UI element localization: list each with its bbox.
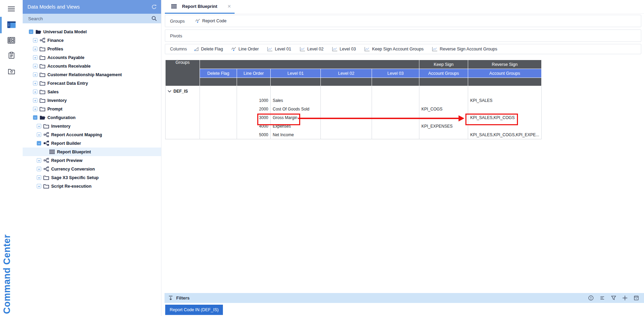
grid-cell[interactable] [200,105,237,114]
tree-item-report-blueprint[interactable]: Report Blueprint [23,148,161,156]
dashboards-nav-icon[interactable] [0,33,23,47]
expand-toggle-icon[interactable] [33,107,37,111]
grid-cell-line-order[interactable]: 4000 [237,122,271,131]
filter-chip-report-code[interactable]: Report Code IN (DEF_IS) [165,305,223,315]
grid-cell-reverse-sign[interactable]: KPI_SALES,KPI_COGS [468,114,542,122]
grid-cell[interactable] [372,105,419,114]
grid-cell[interactable] [372,114,419,122]
tree-item-universal-data-model[interactable]: Universal Data Model [23,27,161,36]
grid-cell[interactable] [321,105,372,114]
field-chip-level-01[interactable]: Level 01 [267,47,291,51]
expand-toggle-icon[interactable] [37,124,41,128]
grid-cell-keep-sign[interactable] [419,131,468,139]
grid-cell-reverse-sign[interactable] [468,105,542,114]
grid-cell-reverse-sign[interactable] [468,122,542,131]
grid-col-header-line-order[interactable]: Line Order [237,69,271,78]
field-chip-line-order[interactable]: Line Order [231,47,259,51]
grid-col-header-delete-flag[interactable]: Delete Flag [200,69,237,78]
tree-item-report-account-mapping[interactable]: Report Account Mapping [23,130,161,139]
field-chip-keep-sign-account-groups[interactable]: Keep Sign Account Groups [364,47,423,51]
expand-toggle-icon[interactable] [37,184,41,188]
field-chip-level-02[interactable]: Level 02 [300,47,324,51]
expand-toggle-icon[interactable] [33,72,37,77]
grid-cell-line-order[interactable]: 5000 [237,131,271,139]
tree-item-forecast-data-entry[interactable]: Forecast Data Entry [23,79,161,87]
chevron-down-icon[interactable] [168,90,171,93]
favorites-nav-icon[interactable] [0,64,23,79]
hamburger-menu-icon[interactable] [0,2,23,16]
pivots-drop-zone[interactable]: Pivots [165,30,641,42]
tree-item-inventory-config[interactable]: Inventory [23,122,161,130]
grid-cell[interactable] [200,114,237,122]
tab-report-blueprint[interactable]: Report Blueprint ✕ [165,0,235,14]
group-row-def-is[interactable]: DEF_IS [166,86,200,96]
tree-item-configuration[interactable]: Configuration [23,113,161,122]
close-tab-icon[interactable]: ✕ [227,4,231,9]
tree-item-sales[interactable]: Sales [23,87,161,96]
data-models-nav-icon[interactable] [0,17,23,32]
panel-icon[interactable] [633,295,639,301]
field-chip-report-code[interactable]: Report Code [195,19,227,23]
grid-cell-level-01[interactable]: Cost Of Goods Sold [271,105,321,114]
tree-item-report-preview[interactable]: Report Preview [23,156,161,165]
collapse-toggle-icon[interactable] [29,30,33,34]
expand-toggle-icon[interactable] [37,167,41,171]
add-icon[interactable] [622,295,628,301]
collapse-toggle-icon[interactable] [37,141,41,145]
grid-col-header-keep-sign-account-groups[interactable]: Account Groups [419,69,468,78]
grid-cell[interactable] [200,122,237,131]
info-icon[interactable] [588,295,594,301]
tree-item-currency-conversion[interactable]: Currency Conversion [23,165,161,173]
grid-col-header-level-03[interactable]: Level 03 [372,69,419,78]
tree-item-accounts-payable[interactable]: Accounts Payable [23,53,161,62]
expand-toggle-icon[interactable] [33,64,37,68]
grid-cell-reverse-sign[interactable]: KPI_SALES [468,96,542,105]
grid-cell-keep-sign[interactable]: KPI_COGS [419,105,468,114]
tree-item-prompt[interactable]: Prompt [23,105,161,113]
groups-drop-zone[interactable]: Groups Report Code [165,15,641,27]
tasks-nav-icon[interactable] [0,48,23,62]
grid-cell[interactable] [321,131,372,139]
grid-cell-line-order[interactable]: 2000 [237,105,271,114]
expand-toggle-icon[interactable] [33,47,37,51]
grid-cell[interactable] [200,96,237,105]
field-chip-delete-flag[interactable]: Delete Flag [194,47,223,51]
grid-cell[interactable] [372,122,419,131]
grid-cell[interactable] [372,131,419,139]
grid-cell-level-01[interactable]: Sales [271,96,321,105]
grid-band-header-keep-sign[interactable]: Keep Sign [419,60,468,69]
search-icon[interactable] [151,16,157,21]
grid-corner-header-groups[interactable]: Groups [166,60,200,86]
expand-toggle-icon[interactable] [33,90,37,94]
refresh-icon[interactable] [151,4,157,10]
expand-toggle-icon[interactable] [33,98,37,103]
search-input[interactable] [27,16,151,22]
tree-item-report-builder[interactable]: Report Builder [23,139,161,148]
summary-icon[interactable] [599,295,605,301]
grid-cell-level-01[interactable]: Expenses [271,122,321,131]
grid-cell[interactable] [321,96,372,105]
tree-item-sage-x3-specific-setup[interactable]: Sage X3 Specific Setup [23,173,161,182]
grid-cell-keep-sign[interactable] [419,96,468,105]
tree-item-customer-relationship-management[interactable]: Customer Relationship Management [23,70,161,79]
tree-item-profiles[interactable]: Profiles [23,45,161,53]
grid-cell[interactable] [372,96,419,105]
filter-icon[interactable] [611,295,617,301]
expand-toggle-icon[interactable] [33,81,37,85]
grid-cell[interactable] [321,122,372,131]
field-chip-level-03[interactable]: Level 03 [332,47,356,51]
grid-band-header-reverse-sign[interactable]: Reverse Sign [468,60,542,69]
grid-cell-level-01[interactable]: Gross Margin [271,114,321,122]
expand-toggle-icon[interactable] [37,158,41,163]
filter-down-icon[interactable] [168,295,173,301]
grid-cell-keep-sign[interactable]: KPI_EXPENSES [419,122,468,131]
expand-toggle-icon[interactable] [33,38,37,43]
grid-cell[interactable] [200,131,237,139]
tree-item-script-re-execution[interactable]: Script Re-execution [23,182,161,190]
expand-toggle-icon[interactable] [37,132,41,137]
tree-item-finance[interactable]: Finance [23,36,161,45]
grid-cell[interactable] [321,114,372,122]
tree-item-accounts-receivable[interactable]: Accounts Receivable [23,62,161,70]
expand-toggle-icon[interactable] [37,175,41,180]
grid-cell-reverse-sign[interactable]: KPI_SALES,KPI_COGS,KPI_EXPE... [468,131,542,139]
